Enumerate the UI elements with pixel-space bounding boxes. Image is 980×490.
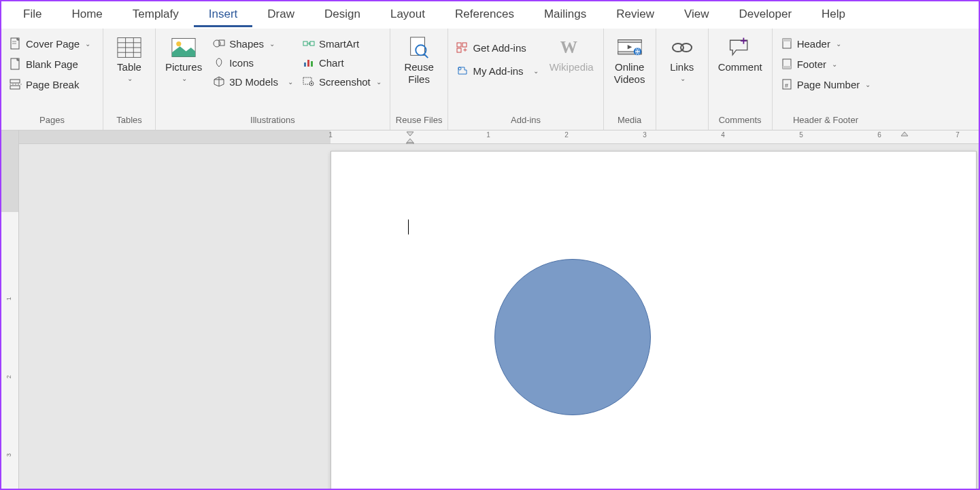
tab-help[interactable]: Help [807,3,860,27]
chevron-down-icon: ⌄ [832,60,837,68]
header-icon [781,37,793,50]
chevron-down-icon: ⌄ [85,40,90,48]
chevron-down-icon: ⌄ [680,75,686,82]
svg-text:#: # [785,82,788,89]
group-addins: + Get Add-ins My Add-ins ⌄ W Wikipedia [448,29,603,130]
svg-line-27 [424,54,428,58]
tab-developer[interactable]: Developer [724,3,807,27]
tab-design[interactable]: Design [309,3,375,27]
svg-rect-19 [304,63,306,67]
group-label-pages: Pages [7,113,97,128]
smartart-button[interactable]: SmartArt [300,35,384,52]
blank-page-icon [10,58,22,70]
3d-models-button[interactable]: 3D Models ⌄ [210,73,296,90]
tab-insert[interactable]: Insert [194,3,253,27]
tab-draw[interactable]: Draw [252,3,309,27]
svg-rect-5 [10,86,20,89]
ribbon: Cover Page ⌄ Blank Page Page Break Page [1,29,979,130]
tab-mailings[interactable]: Mailings [529,3,601,27]
get-addins-button[interactable]: + Get Add-ins [454,39,541,56]
addins-icon [456,65,469,77]
links-button[interactable]: Links ⌄ [662,33,703,85]
chart-icon [303,56,315,69]
svg-point-42 [681,43,692,52]
svg-rect-20 [307,60,309,67]
icons-button[interactable]: Icons [210,54,296,71]
group-pages: Cover Page ⌄ Blank Page Page Break Page [1,29,103,130]
svg-rect-48 [783,66,791,69]
page-number-icon: # [781,78,793,90]
group-label-links [662,113,703,128]
comment-icon [728,35,752,60]
smartart-icon [303,37,315,50]
tab-view[interactable]: View [669,3,724,27]
tab-templafy[interactable]: Templafy [118,3,194,27]
group-tables: Table ⌄ Tables [103,29,156,130]
group-label-illustrations: Illustrations [161,113,384,128]
page-number-button[interactable]: # Page Number ⌄ [778,76,874,92]
right-indent-marker[interactable] [900,130,909,137]
tab-file[interactable]: File [8,3,56,27]
group-label-media: Media [609,113,650,128]
group-label-reuse: Reuse Files [396,113,443,128]
footer-button[interactable]: Footer ⌄ [778,56,874,72]
chevron-down-icon: ⌄ [269,40,275,48]
tab-references[interactable]: References [440,3,529,27]
cover-page-icon [10,37,22,50]
horizontal-ruler[interactable]: 1 1 2 3 4 5 6 7 [19,130,979,144]
document-margin-area [19,144,979,489]
my-addins-button[interactable]: My Add-ins ⌄ [454,63,541,79]
group-links: Links ⌄ [656,29,709,130]
shapes-button[interactable]: Shapes ⌄ [210,35,296,52]
svg-text:W: W [560,38,577,56]
footer-icon [781,58,793,70]
cube-icon [213,75,225,88]
icons-icon [213,56,225,69]
table-button[interactable]: Table ⌄ [109,33,150,85]
tab-review[interactable]: Review [601,3,669,27]
comment-button[interactable]: Comment [714,33,766,76]
svg-point-24 [311,83,312,84]
page-break-icon [10,78,22,90]
svg-rect-18 [310,41,314,46]
chevron-down-icon: ⌄ [376,78,382,86]
document-page[interactable] [331,151,977,490]
wikipedia-icon: W [559,35,584,60]
reuse-files-button[interactable]: Reuse Files [399,33,439,88]
svg-rect-17 [303,41,307,46]
tab-layout[interactable]: Layout [375,3,440,27]
online-videos-button[interactable]: Online Videos [609,33,650,88]
svg-rect-46 [783,39,791,41]
circle-shape[interactable] [494,259,651,415]
text-cursor [408,220,409,234]
vertical-ruler[interactable]: L 1 2 3 [1,130,19,489]
svg-rect-30 [457,48,461,52]
group-media: Online Videos Media [604,29,656,130]
header-button[interactable]: Header ⌄ [778,35,874,52]
group-reuse: Reuse Files Reuse Files [390,29,449,130]
shapes-icon [213,37,225,50]
cover-page-button[interactable]: Cover Page ⌄ [7,35,93,52]
svg-rect-4 [10,80,20,83]
chevron-down-icon: ⌄ [865,81,871,88]
svg-rect-35 [618,40,641,43]
store-icon: + [456,41,469,54]
chevron-down-icon: ⌄ [288,78,293,86]
blank-page-button[interactable]: Blank Page [7,56,93,72]
pictures-button[interactable]: Pictures ⌄ [161,33,206,85]
ribbon-tabs: File Home Templafy Insert Draw Design La… [1,1,979,29]
reuse-files-icon [407,35,431,60]
wikipedia-button[interactable]: W Wikipedia [545,33,598,76]
video-icon [618,35,642,60]
screenshot-button[interactable]: Screenshot ⌄ [300,73,384,90]
page-break-button[interactable]: Page Break [7,76,93,92]
chart-button[interactable]: Chart [300,54,384,71]
svg-rect-21 [311,61,313,67]
svg-rect-28 [457,43,461,47]
first-line-indent-marker[interactable] [405,130,415,144]
chevron-down-icon: ⌄ [533,67,539,75]
group-header-footer: Header ⌄ Footer ⌄ # Page Number ⌄ [773,29,879,130]
tab-home[interactable]: Home [56,3,117,27]
svg-point-14 [176,41,181,46]
group-label-addins: Add-ins [454,113,597,128]
